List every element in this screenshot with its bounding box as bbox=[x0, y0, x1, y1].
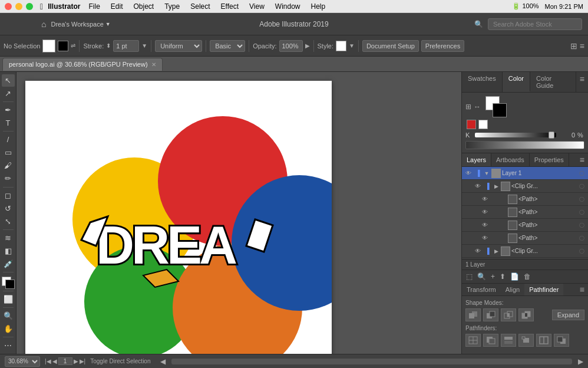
k-slider-track[interactable] bbox=[475, 133, 556, 137]
tab-swatches[interactable]: Swatches bbox=[462, 72, 503, 92]
eraser-tool[interactable]: ◻ bbox=[2, 189, 15, 201]
fg-bg-colors[interactable] bbox=[485, 96, 507, 117]
arrange-icon[interactable]: ⊞ bbox=[570, 41, 577, 51]
intersect-button[interactable] bbox=[501, 308, 516, 321]
home-button[interactable]: ⌂ bbox=[41, 19, 46, 29]
prev-page-button[interactable]: ◀ bbox=[52, 358, 57, 364]
minus-back-button[interactable] bbox=[554, 334, 569, 347]
minimize-button[interactable] bbox=[15, 3, 22, 10]
clipgr2-expand-icon[interactable]: ▶ bbox=[493, 248, 500, 255]
hand-tool[interactable]: ✋ bbox=[2, 323, 15, 335]
merge-button[interactable] bbox=[501, 334, 516, 347]
background-color[interactable] bbox=[5, 280, 15, 289]
stroke-style-select[interactable]: Uniform bbox=[155, 40, 202, 52]
menu-select[interactable]: Select bbox=[186, 1, 214, 12]
tab-color[interactable]: Color bbox=[503, 72, 530, 92]
make-layer-clip-btn[interactable]: ⬚ bbox=[464, 271, 474, 282]
path1-target-icon[interactable]: ◯ bbox=[577, 195, 586, 203]
type-tool[interactable]: T bbox=[2, 117, 15, 129]
brush-select[interactable]: Basic bbox=[210, 40, 245, 52]
fullscreen-button[interactable] bbox=[26, 3, 33, 10]
color-mode-icon[interactable]: ⊞ bbox=[465, 103, 471, 111]
tab-color-guide[interactable]: Color Guide bbox=[530, 72, 576, 92]
layer-row-clipgr2[interactable]: 👁 ▐ ▶ <Clip Gr... ◯ bbox=[462, 245, 588, 258]
brush-tool[interactable]: 🖌 bbox=[2, 159, 15, 172]
stroke-swatch[interactable] bbox=[58, 41, 68, 51]
layer-row-layer1[interactable]: 👁 ▐ ▼ Layer 1 ◯ bbox=[462, 167, 588, 180]
expand-button[interactable]: Expand bbox=[552, 310, 584, 320]
layer1-expand-icon[interactable]: ▼ bbox=[483, 170, 490, 177]
move-to-layer-btn[interactable]: ⬆ bbox=[498, 271, 507, 282]
clipgr1-visibility-icon[interactable]: 👁 bbox=[474, 182, 482, 190]
create-sublayer-btn[interactable]: + bbox=[489, 271, 497, 282]
document-tab[interactable]: personal logo.ai @ 30.68% (RGB/GPU Previ… bbox=[2, 58, 163, 71]
layer-row-path3[interactable]: 👁 <Path> ◯ bbox=[462, 219, 588, 232]
style-arrow[interactable]: ▼ bbox=[349, 42, 355, 49]
opacity-options-icon[interactable]: ▶ bbox=[305, 42, 310, 49]
tab-transform[interactable]: Transform bbox=[462, 284, 501, 295]
gradient-bar[interactable] bbox=[465, 141, 584, 149]
rotate-tool[interactable]: ↺ bbox=[2, 202, 15, 215]
path3-target-icon[interactable]: ◯ bbox=[577, 221, 586, 229]
tab-align[interactable]: Align bbox=[501, 284, 524, 295]
tab-artboards[interactable]: Artboards bbox=[491, 153, 530, 166]
warp-tool[interactable]: ≋ bbox=[2, 232, 15, 244]
minus-front-button[interactable] bbox=[483, 308, 498, 321]
path1-visibility-icon[interactable]: 👁 bbox=[481, 195, 489, 203]
menu-object[interactable]: Object bbox=[129, 1, 159, 12]
find-layer-btn[interactable]: 🔍 bbox=[475, 271, 488, 282]
menu-window[interactable]: Window bbox=[270, 1, 305, 12]
stroke-options-icon[interactable]: ▼ bbox=[141, 42, 147, 49]
pathfinder-menu-icon[interactable]: ≡ bbox=[576, 284, 588, 295]
first-page-button[interactable]: |◀ bbox=[45, 358, 51, 364]
menu-view[interactable]: View bbox=[245, 1, 269, 12]
more-options-icon[interactable]: ≡ bbox=[580, 41, 584, 51]
crop-button[interactable] bbox=[518, 334, 534, 347]
clipgr2-visibility-icon[interactable]: 👁 bbox=[474, 247, 482, 255]
direct-select-tool[interactable]: ↗ bbox=[2, 87, 15, 100]
path4-visibility-icon[interactable]: 👁 bbox=[481, 234, 489, 242]
page-number-input[interactable] bbox=[58, 357, 72, 365]
color-options-icon[interactable]: ↔ bbox=[474, 103, 481, 111]
new-layer-btn[interactable]: 📄 bbox=[508, 271, 521, 282]
layer1-target-icon[interactable]: ◯ bbox=[577, 169, 586, 178]
layer-row-path4[interactable]: 👁 <Path> ◯ bbox=[462, 232, 588, 245]
fill-color-indicator[interactable] bbox=[478, 120, 488, 129]
last-page-button[interactable]: ▶| bbox=[80, 358, 86, 364]
layer-row-path2[interactable]: 👁 <Path> ◯ bbox=[462, 206, 588, 219]
path3-visibility-icon[interactable]: 👁 bbox=[481, 221, 489, 229]
clipgr1-target-icon[interactable]: ◯ bbox=[577, 182, 586, 190]
preferences-button[interactable]: Preferences bbox=[421, 40, 464, 52]
path2-target-icon[interactable]: ◯ bbox=[577, 208, 586, 216]
tab-properties[interactable]: Properties bbox=[530, 153, 569, 166]
line-tool[interactable]: / bbox=[2, 133, 15, 146]
trim-button[interactable] bbox=[483, 334, 498, 347]
color-panel-menu-icon[interactable]: ≡ bbox=[576, 72, 588, 92]
clipgr2-target-icon[interactable]: ◯ bbox=[577, 247, 586, 255]
status-scroll-right[interactable]: ▶ bbox=[578, 357, 583, 366]
tab-pathfinder[interactable]: Pathfinder bbox=[524, 284, 563, 295]
swap-icon[interactable]: ⇌ bbox=[71, 42, 75, 49]
menu-help[interactable]: Help bbox=[306, 1, 331, 12]
close-tab-button[interactable]: ✕ bbox=[151, 61, 156, 68]
zoom-select[interactable]: 30.68% bbox=[5, 356, 40, 367]
path2-visibility-icon[interactable]: 👁 bbox=[481, 208, 489, 216]
color-swatches[interactable] bbox=[2, 277, 15, 289]
outline-button[interactable] bbox=[536, 334, 551, 347]
style-swatch[interactable] bbox=[336, 41, 346, 51]
pencil-tool[interactable]: ✏ bbox=[2, 172, 15, 185]
menu-type[interactable]: Type bbox=[160, 1, 184, 12]
layers-panel-menu-icon[interactable]: ≡ bbox=[576, 154, 588, 166]
scale-tool[interactable]: ⤡ bbox=[2, 215, 15, 228]
horizontal-scrollbar[interactable] bbox=[171, 359, 573, 364]
layer-row-clipgr1[interactable]: 👁 ▐ ▶ <Clip Gr... ◯ bbox=[462, 180, 588, 193]
status-scroll-left[interactable]: ◀ bbox=[160, 357, 166, 366]
stroke-color-indicator[interactable] bbox=[467, 120, 476, 129]
artboard-tool[interactable]: ⬜ bbox=[2, 293, 15, 305]
layer1-visibility-icon[interactable]: 👁 bbox=[464, 169, 473, 178]
tab-layers[interactable]: Layers bbox=[462, 153, 491, 166]
stroke-arrows[interactable]: ⬍ bbox=[106, 42, 111, 49]
menu-edit[interactable]: Edit bbox=[106, 1, 128, 12]
layers-list[interactable]: 👁 ▐ ▼ Layer 1 ◯ 👁 ▐ ▶ <Clip Gr... ◯ bbox=[462, 167, 588, 259]
rect-tool[interactable]: ▭ bbox=[2, 146, 15, 159]
